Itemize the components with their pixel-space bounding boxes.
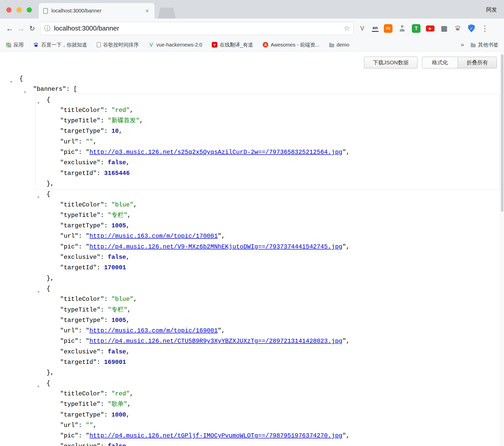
json-key: "exclusive"	[60, 443, 100, 446]
json-url-link[interactable]: http://p3.music.126.net/s25q2x5QyqsAzilC…	[89, 149, 342, 156]
json-token: {	[47, 285, 50, 292]
json-token: ,	[139, 117, 143, 124]
json-number-value: 10	[111, 128, 119, 135]
fe-extension-icon[interactable]: FE	[384, 24, 393, 33]
bookmarks-list: 应用百度一下，你就知道谷歌按时间排序Vvue-hackernews-2.0Y在线…	[6, 41, 459, 48]
tab-close-icon[interactable]: ×	[144, 7, 150, 14]
bookmark-vue-hackernews[interactable]: Vvue-hackernews-2.0	[148, 42, 202, 48]
address-bar[interactable]: ⓘ localhost:3000/banner ☆	[40, 22, 354, 35]
json-key: "banners"	[33, 86, 66, 93]
bookmark-demo[interactable]: demo	[329, 42, 349, 48]
json-number-value: 1005	[111, 317, 126, 324]
awesomes-icon: A	[263, 42, 268, 48]
t-green-extension-icon[interactable]: T	[412, 24, 421, 33]
json-line: ▼{	[0, 95, 504, 105]
browser-menu-icon[interactable]: ⋮	[480, 24, 490, 33]
new-tab-button[interactable]	[158, 8, 176, 19]
json-token: :	[78, 233, 86, 240]
json-token: ,	[127, 401, 131, 408]
json-token: :	[78, 138, 86, 145]
json-token: ",	[342, 432, 350, 439]
json-line: "url": "http://music.163.com/m/topic/170…	[0, 231, 504, 241]
json-token: {	[47, 191, 50, 198]
browser-tab[interactable]: localhost:3000/banner ×	[39, 3, 155, 19]
bookmark-baidu[interactable]: 百度一下，你就知道	[33, 41, 87, 48]
json-token: : [	[66, 86, 77, 93]
other-bookmarks-folder[interactable]: 其他书签	[471, 41, 498, 48]
back-button[interactable]: ←	[4, 23, 15, 34]
bookmarks-overflow-chevron[interactable]: »	[461, 41, 464, 48]
bookmark-youdao-translate[interactable]: Y在线翻译_有道	[212, 41, 253, 48]
json-token: :	[100, 401, 108, 408]
json-token: ,	[126, 443, 130, 446]
json-line: "targetType": 1000,	[0, 410, 504, 420]
json-token: :	[78, 432, 86, 439]
json-string-value: "blue"	[111, 296, 133, 303]
json-token: ,	[126, 159, 130, 166]
json-url-link[interactable]: http://p4.music.126.net/tGPljf-IMOCyPvum…	[89, 432, 342, 439]
json-token: ,	[133, 201, 137, 208]
json-url-link[interactable]: http://p4.music.126.net/CTU5B9R9y3XyYBZX…	[89, 338, 342, 345]
paw-extension-icon[interactable]	[454, 24, 463, 33]
json-token: ,	[93, 138, 97, 145]
reload-button[interactable]: ↻	[26, 23, 38, 34]
json-token: :	[78, 149, 86, 156]
json-url-link[interactable]: http://music.163.com/m/topic/170001	[89, 233, 218, 240]
json-line: "targetId": 170001	[0, 262, 504, 273]
json-string-value: "red"	[111, 390, 130, 397]
json-token: :	[97, 264, 104, 271]
folder-icon	[471, 44, 476, 47]
json-string-value: "专栏"	[108, 306, 127, 313]
json-line: "titleColor": "red",	[0, 105, 504, 115]
shield-extension-icon[interactable]: ✓	[468, 24, 475, 33]
scrollbar[interactable]	[500, 52, 504, 446]
v-extension-icon[interactable]: V	[358, 24, 367, 33]
baidu-icon	[33, 42, 39, 48]
bookmark-apps[interactable]: 应用	[6, 41, 24, 48]
youtube-extension-icon[interactable]: ▶	[426, 25, 435, 32]
json-token: :	[104, 201, 111, 208]
bookmark-star-icon[interactable]: ☆	[344, 24, 350, 33]
json-key: "pic"	[60, 432, 78, 439]
json-tree: ▼{▼"banners": [▼{"titleColor": "red","ty…	[0, 73, 504, 446]
json-key: "typeTitle"	[60, 212, 100, 219]
format-collapse-button-group: 格式化 折叠所有	[422, 57, 497, 68]
download-json-button[interactable]: 下载JSON数据	[364, 57, 417, 68]
json-line: "targetType": 10,	[0, 126, 504, 136]
bookmark-google-sort[interactable]: 谷歌按时间排序	[97, 41, 139, 48]
page-info-icon[interactable]: ⓘ	[44, 24, 50, 33]
bookmark-label: Awesomes - 前端资...	[271, 41, 319, 48]
json-line: },	[0, 179, 504, 189]
json-string-value: "新碟首发"	[108, 117, 139, 124]
json-line: "titleColor": "blue",	[0, 200, 504, 210]
json-token: ,	[126, 348, 130, 355]
json-token: ,	[93, 422, 97, 429]
json-key: "targetType"	[60, 128, 104, 135]
scrollbar-thumb[interactable]	[501, 54, 503, 212]
json-line: "typeTitle": "专栏",	[0, 305, 504, 315]
close-window-button[interactable]	[6, 7, 11, 12]
json-key: "typeTitle"	[60, 306, 100, 313]
bookmark-awesomes[interactable]: AAwesomes - 前端资...	[263, 41, 319, 48]
zoom-window-button[interactable]	[27, 7, 32, 12]
translate-extension-icon[interactable]: en	[372, 25, 379, 32]
json-key: "typeTitle"	[60, 117, 100, 124]
json-url-link[interactable]: http://p4.music.126.net/V9-MXz6b2MNhEKju…	[89, 243, 342, 250]
collapse-all-button[interactable]: 折叠所有	[458, 57, 497, 68]
minimize-window-button[interactable]	[17, 7, 22, 12]
json-token: "	[86, 338, 89, 345]
qr-extension-icon[interactable]: ▦	[440, 24, 449, 33]
format-button[interactable]: 格式化	[422, 57, 458, 68]
bookmark-label: vue-hackernews-2.0	[156, 42, 202, 48]
profile-name[interactable]: 阿发	[486, 6, 497, 13]
json-token: :	[100, 159, 108, 166]
people-extension-icon[interactable]	[398, 24, 407, 33]
json-key: "typeTitle"	[60, 401, 100, 408]
json-token: :	[100, 443, 108, 446]
json-number-value: 3165446	[104, 170, 130, 177]
json-url-link[interactable]: http://music.163.com/m/topic/169001	[89, 327, 218, 334]
json-line: "titleColor": "blue",	[0, 294, 504, 304]
json-number-value: 169001	[104, 359, 126, 366]
forward-button[interactable]: →	[15, 23, 26, 34]
url-text: localhost:3000/banner	[54, 24, 119, 32]
